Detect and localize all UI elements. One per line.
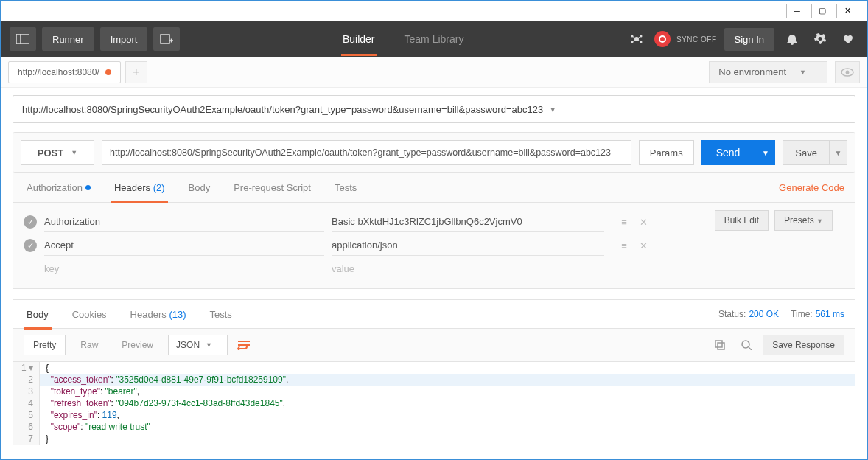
status-label: Status:200 OK: [718, 309, 779, 319]
svg-rect-19: [718, 343, 724, 349]
environment-quicklook[interactable]: [835, 61, 860, 83]
method-select[interactable]: POST ▼: [21, 140, 94, 165]
header-value-input[interactable]: value: [332, 259, 604, 279]
header-value[interactable]: Basic bXktdHJ1c3RlZC1jbGllbnQ6c2VjcmV0: [332, 212, 604, 232]
chevron-down-icon: ▼: [549, 105, 556, 114]
save-dropdown[interactable]: ▼: [830, 140, 847, 165]
tab-prerequest[interactable]: Pre-request Script: [231, 173, 314, 203]
resp-tab-cookies[interactable]: Cookies: [69, 299, 110, 329]
header-key[interactable]: Authorization: [44, 212, 324, 232]
presets-button[interactable]: Presets ▼: [774, 210, 833, 231]
tab-headers[interactable]: Headers (2): [111, 173, 168, 203]
header-key[interactable]: Accept: [44, 235, 324, 256]
window-maximize[interactable]: ▢: [811, 4, 833, 18]
send-dropdown[interactable]: ▼: [755, 140, 775, 165]
delete-icon[interactable]: ✕: [635, 237, 651, 254]
tab-tests[interactable]: Tests: [332, 173, 360, 203]
copy-icon[interactable]: [710, 335, 730, 355]
heart-icon[interactable]: [838, 29, 858, 49]
svg-rect-0: [16, 34, 29, 44]
add-request-tab[interactable]: +: [125, 61, 147, 83]
sync-label: SYNC OFF: [676, 35, 717, 43]
view-pretty[interactable]: Pretty: [24, 335, 66, 355]
settings-icon[interactable]: [810, 29, 830, 49]
runner-button[interactable]: Runner: [42, 27, 94, 51]
sync-off-icon: [654, 31, 671, 47]
header-row-new: key value: [24, 257, 844, 281]
sync-status[interactable]: SYNC OFF: [654, 31, 717, 47]
tab-authorization[interactable]: Authorization: [24, 173, 94, 203]
request-display-url: http://localhost:8080/SpringSecurityOAut…: [22, 104, 543, 115]
header-row: ✓ Accept application/json ≡ ✕: [24, 234, 844, 257]
resp-tab-body[interactable]: Body: [24, 299, 52, 329]
check-icon[interactable]: ✓: [24, 215, 37, 229]
chevron-down-icon: ▼: [71, 149, 77, 156]
delete-icon[interactable]: ✕: [635, 214, 651, 230]
chevron-down-icon: ▼: [206, 341, 212, 349]
tab-builder[interactable]: Builder: [341, 23, 377, 55]
view-preview[interactable]: Preview: [113, 335, 162, 355]
request-name-bar[interactable]: http://localhost:8080/SpringSecurityOAut…: [13, 95, 855, 123]
request-tab-label: http://localhost:8080/: [18, 67, 99, 77]
url-input[interactable]: [102, 140, 631, 165]
window-minimize[interactable]: ─: [786, 4, 808, 18]
tab-team-library[interactable]: Team Library: [403, 23, 466, 55]
save-button[interactable]: Save: [783, 140, 830, 165]
chevron-down-icon: ▼: [816, 217, 823, 225]
unsaved-dot-icon: [105, 69, 111, 75]
environment-select[interactable]: No environment ▼: [709, 61, 827, 83]
toggle-sidebar-button[interactable]: [10, 27, 36, 51]
resp-tab-tests[interactable]: Tests: [207, 299, 235, 329]
auth-active-dot-icon: [85, 185, 91, 190]
request-tab[interactable]: http://localhost:8080/: [8, 61, 121, 83]
wrap-lines-icon[interactable]: [234, 335, 254, 355]
time-label: Time:561 ms: [791, 309, 844, 319]
notifications-icon[interactable]: [782, 29, 802, 49]
svg-rect-18: [715, 341, 722, 347]
interceptor-icon[interactable]: [626, 29, 647, 49]
reorder-icon[interactable]: ≡: [616, 214, 632, 230]
bulk-edit-button[interactable]: Bulk Edit: [715, 210, 769, 231]
format-select[interactable]: JSON ▼: [168, 335, 228, 355]
svg-rect-2: [161, 35, 169, 43]
chevron-down-icon: ▼: [799, 69, 806, 76]
view-raw[interactable]: Raw: [71, 335, 107, 355]
search-icon[interactable]: [736, 335, 757, 355]
reorder-icon[interactable]: ≡: [616, 237, 632, 254]
svg-line-21: [749, 347, 752, 350]
import-button[interactable]: Import: [100, 27, 148, 51]
header-key-input[interactable]: key: [44, 259, 324, 279]
response-body: 1 ▾{ 2 "access_token": "3525d0e4-d881-49…: [13, 362, 855, 445]
svg-point-15: [846, 70, 850, 74]
send-button[interactable]: Send: [701, 140, 755, 165]
svg-point-20: [742, 341, 749, 348]
header-value[interactable]: application/json: [332, 235, 604, 256]
tab-body[interactable]: Body: [186, 173, 214, 203]
params-button[interactable]: Params: [639, 140, 694, 165]
new-tab-button[interactable]: [153, 27, 180, 51]
save-response-button[interactable]: Save Response: [763, 335, 844, 355]
check-icon[interactable]: ✓: [24, 239, 37, 252]
resp-tab-headers[interactable]: Headers (13): [127, 299, 189, 329]
generate-code-link[interactable]: Generate Code: [779, 182, 844, 193]
signin-button[interactable]: Sign In: [724, 28, 774, 51]
window-close[interactable]: ✕: [836, 4, 858, 18]
